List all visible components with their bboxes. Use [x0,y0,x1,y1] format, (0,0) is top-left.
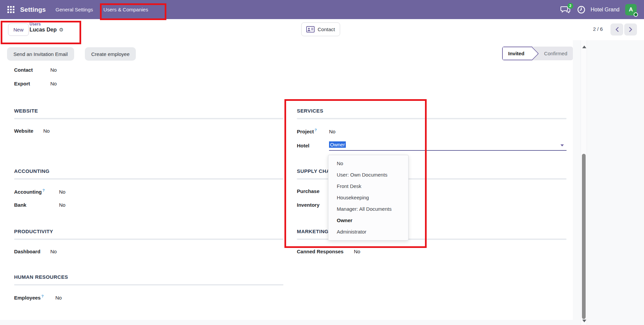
pager-previous-button[interactable] [610,23,623,36]
dropdown-option-housekeeping[interactable]: Housekeeping [328,192,408,203]
field-value[interactable]: No [50,81,57,86]
field-row-website: Website No [14,128,283,142]
vertical-scrollbar[interactable] [581,40,587,325]
send-invitation-email-button[interactable]: Send an Invitation Email [7,47,74,61]
apps-grid-icon[interactable] [7,6,14,13]
dropdown-option-owner[interactable]: Owner [328,215,408,226]
field-label: Canned Responses [297,249,354,254]
pager-indicator: 2 / 6 [593,26,603,32]
message-count-badge: 2 [568,3,573,9]
field-row-canned-responses: Canned Responses No [297,249,567,262]
field-row-contact: Contact No [14,67,57,81]
section-title: ACCOUNTING [14,168,283,174]
online-status-dot [634,12,638,17]
contact-card-icon [306,26,315,32]
pager-next-button[interactable] [624,23,637,36]
new-button[interactable]: New [8,23,29,36]
field-row-export: Export No [14,81,57,94]
field-label: Hotel [297,142,329,148]
field-row-bank: Bank No [14,202,283,216]
section-divider [14,178,283,180]
hotel-select-input[interactable]: Owner [329,142,567,151]
help-question-icon: ? [315,128,317,132]
app-name[interactable]: Settings [20,6,46,13]
avatar-initial: A [629,6,633,13]
field-value[interactable]: No [50,249,57,254]
navbar-right: 2 Hotel Grand A [560,4,637,15]
messages-icon[interactable]: 2 [560,5,571,14]
section-productivity: PRODUCTIVITY Dashboard No [14,229,283,262]
record-title: Lucas Dep [30,27,57,33]
section-website: WEBSITE Website No [14,108,283,142]
section-title: SERVICES [297,108,567,114]
field-value[interactable]: No [43,128,50,134]
breadcrumb-users-link[interactable]: Users [30,22,63,27]
section-title: PRODUCTIVITY [14,229,283,234]
activities-clock-icon[interactable] [577,6,585,14]
section-accounting: ACCOUNTING Accounting? No Bank No [14,168,283,216]
hotel-dropdown-menu: No User: Own Documents Front Desk Housek… [328,155,409,241]
dropdown-option-no[interactable]: No [328,158,408,169]
field-value[interactable]: No [59,202,65,208]
dropdown-option-front-desk[interactable]: Front Desk [328,181,408,192]
section-divider [297,118,567,119]
company-switcher[interactable]: Hotel Grand [591,7,620,13]
dropdown-option-user-own-documents[interactable]: User: Own Documents [328,169,408,181]
field-label: Accounting? [14,188,59,195]
contact-button-label: Contact [318,26,335,32]
field-label: Export [14,81,50,86]
field-label: Website [14,128,43,134]
help-question-icon: ? [43,188,45,192]
menu-general-settings[interactable]: General Settings [55,5,94,14]
field-value[interactable]: No [329,129,335,134]
field-value[interactable]: No [59,189,65,195]
selected-text[interactable]: Owner [329,141,346,148]
field-value[interactable]: No [50,67,57,73]
field-row-accounting: Accounting? No [14,188,283,202]
section-title: WEBSITE [14,108,283,114]
top-navbar: Settings General Settings Users & Compan… [0,0,644,19]
field-label: Contact [14,67,50,73]
field-label: Inventory [297,202,329,208]
help-question-icon: ? [41,294,44,298]
create-employee-button[interactable]: Create employee [85,47,136,61]
chevron-down-icon[interactable] [560,144,564,146]
scrollbar-thumb[interactable] [582,154,586,319]
section-title: HUMAN RESOURCES [14,274,283,280]
field-label: Dashboard [14,249,50,254]
section-human-resources: HUMAN RESOURCES Employees? No [14,274,283,308]
breadcrumb: Users Lucas Dep ⚙ [30,22,63,33]
user-avatar[interactable]: A [625,4,637,15]
field-label: Employees? [14,294,55,301]
gear-icon[interactable]: ⚙ [59,27,63,32]
scroll-up-arrow-icon[interactable] [582,46,586,48]
field-label: Bank [14,202,59,208]
dropdown-option-administrator[interactable]: Administrator [328,226,408,238]
section-divider [14,118,283,119]
field-row-project: Project? No [297,128,567,142]
field-label: Project? [297,128,329,134]
field-row-hotel: Hotel Owner [297,142,567,155]
dropdown-option-manager-all-documents[interactable]: Manager: All Documents [328,203,408,215]
section-divider [14,284,283,285]
form-sheet: Send an Invitation Email Create employee… [0,40,573,320]
field-row-employees: Employees? No [14,294,283,308]
field-value[interactable]: No [55,295,62,301]
control-panel: New Users Lucas Dep ⚙ Contact 2 / 6 [0,19,644,40]
top-fields-group: Contact No Export No [14,67,57,94]
contact-smart-button[interactable]: Contact [301,22,340,36]
state-invited[interactable]: Invited [502,47,532,60]
scroll-down-arrow-icon[interactable] [582,320,586,322]
menu-users-companies[interactable]: Users & Companies [103,5,149,14]
state-bar: Invited Confirmed [502,47,573,60]
field-row-dashboard: Dashboard No [14,249,283,262]
section-divider [14,239,283,240]
settings-user-form-page: Settings General Settings Users & Compan… [0,0,644,325]
field-value[interactable]: No [354,249,360,254]
section-services: SERVICES Project? No Hotel Owner [297,108,567,155]
field-label: Purchase [297,188,329,194]
